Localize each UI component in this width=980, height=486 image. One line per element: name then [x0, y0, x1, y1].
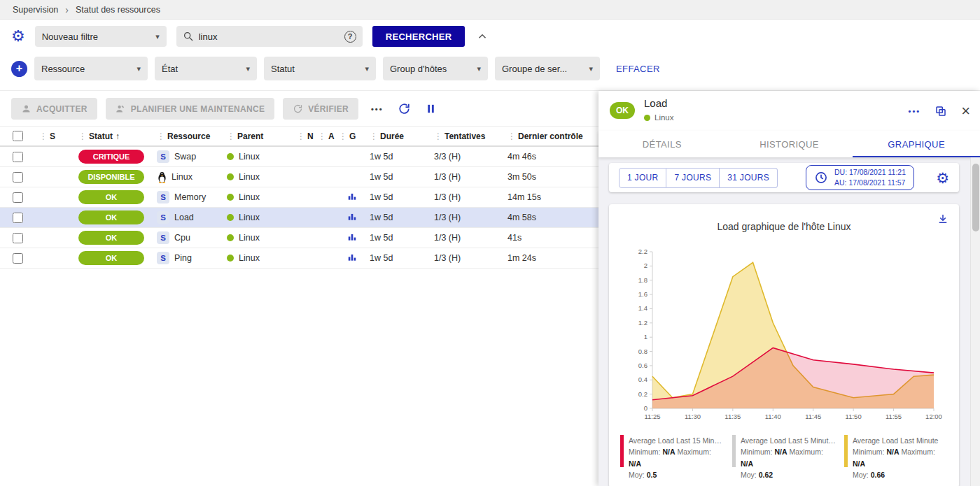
criteria-status-select[interactable]: Statut ▾ [264, 57, 376, 80]
add-criteria-icon[interactable]: + [11, 61, 27, 77]
row-checkbox[interactable] [13, 172, 23, 183]
header-duration[interactable]: ⋮ Durée [370, 131, 434, 141]
svg-text:11:30: 11:30 [685, 413, 701, 420]
parent-name: Linux [239, 172, 260, 182]
parent-cell[interactable]: Linux [227, 213, 297, 222]
header-action[interactable]: ⋮ A [318, 131, 339, 141]
parent-cell[interactable]: Linux [227, 253, 297, 263]
period-7days-button[interactable]: 7 JOURS [666, 168, 720, 188]
panel-more-icon[interactable]: ••• [909, 107, 921, 115]
header-resource[interactable]: ⋮ Ressource [157, 131, 227, 141]
acknowledge-button[interactable]: ACQUITTER [11, 98, 97, 120]
row-checkbox[interactable] [13, 213, 23, 223]
svg-text:1.2: 1.2 [638, 319, 648, 327]
svg-text:2.2: 2.2 [638, 248, 648, 255]
row-checkbox[interactable] [13, 152, 23, 162]
resource-cell[interactable]: SCpu [157, 231, 227, 244]
linux-penguin-icon [157, 171, 167, 183]
svg-text:11:45: 11:45 [805, 413, 821, 420]
tab-details[interactable]: DÉTAILS [598, 131, 726, 157]
table-row[interactable]: OKSPingLinux1w 5d1/3 (H)1m 24s [0, 248, 598, 269]
header-status[interactable]: ⋮ Statut ↑ [78, 131, 157, 141]
filter-settings-gear-icon[interactable]: ⚙ [11, 29, 25, 44]
more-actions-icon[interactable]: ••• [371, 105, 384, 113]
breadcrumb-section[interactable]: Supervision [13, 5, 58, 15]
table-row[interactable]: OKSCpuLinux1w 5d1/3 (H)41s [0, 228, 598, 248]
load-chart[interactable]: 00.20.40.60.811.21.41.61.822.211:2511:30… [624, 242, 944, 429]
sort-ascending-icon[interactable]: ↑ [115, 131, 120, 141]
graph-icon[interactable] [347, 192, 357, 201]
period-31days-button[interactable]: 31 JOURS [720, 168, 778, 188]
chevron-down-icon: ▾ [136, 64, 141, 73]
parent-cell[interactable]: Linux [227, 192, 297, 202]
refresh-button[interactable] [398, 102, 411, 115]
scrollbar-thumb[interactable] [972, 164, 979, 231]
resource-cell[interactable]: SPing [157, 252, 227, 264]
select-all-checkbox[interactable] [13, 131, 23, 141]
header-notes[interactable]: ⋮ N [297, 131, 318, 141]
date-range-text: DU: 17/08/2021 11:21 AU: 17/08/2021 11:5… [834, 167, 906, 187]
header-last-check[interactable]: ⋮ Dernier contrôle [507, 131, 598, 141]
panel-header: OK Load Linux ••• × [598, 91, 980, 131]
svg-text:1.8: 1.8 [638, 276, 648, 284]
legend-color-bar [732, 435, 736, 467]
row-checkbox[interactable] [13, 192, 23, 203]
search-button[interactable]: RECHERCHER [372, 26, 465, 47]
legend-item[interactable]: Average Load Last 15 Minu...Minimum: N/A… [620, 435, 724, 480]
copy-link-button[interactable] [934, 105, 947, 117]
header-graph[interactable]: ⋮ G [339, 131, 370, 141]
set-downtime-button[interactable]: PLANIFIER UNE MAINTENANCE [106, 98, 275, 120]
legend-color-bar [620, 435, 624, 467]
tab-history[interactable]: HISTORIQUE [726, 131, 853, 157]
resource-cell[interactable]: Linux [157, 171, 227, 183]
table-row[interactable]: OKSLoadLinux1w 5d1/3 (H)4m 58s [0, 208, 598, 228]
status-cell: OK [78, 231, 157, 245]
date-range-picker[interactable]: DU: 17/08/2021 11:21 AU: 17/08/2021 11:5… [806, 165, 914, 190]
resource-cell[interactable]: SSwap [157, 150, 227, 163]
period-1day-button[interactable]: 1 JOUR [619, 168, 666, 188]
legend-item[interactable]: Average Load Last MinuteMinimum: N/A Max… [844, 435, 948, 480]
row-checkbox[interactable] [13, 233, 23, 243]
legend-item[interactable]: Average Load Last 5 MinutesMinimum: N/A … [732, 435, 836, 480]
table-row[interactable]: CRITIQUESSwapLinux1w 5d3/3 (H)4m 46s [0, 147, 598, 167]
resource-cell[interactable]: SMemory [157, 191, 227, 203]
last-check-cell: 3m 50s [507, 172, 598, 182]
search-input[interactable] [199, 31, 340, 42]
graph-settings-gear-icon[interactable]: ⚙ [936, 171, 949, 185]
parent-cell[interactable]: Linux [227, 152, 297, 162]
parent-cell[interactable]: Linux [227, 233, 297, 243]
tab-graph[interactable]: GRAPHIQUE [853, 131, 980, 157]
graph-icon[interactable] [347, 252, 357, 262]
graph-icon[interactable] [347, 232, 357, 242]
pause-refresh-button[interactable] [425, 103, 437, 115]
drag-handle-icon: ⋮ [507, 131, 516, 141]
search-box[interactable]: ? [176, 26, 363, 47]
table-row[interactable]: OKSMemoryLinux1w 5d1/3 (H)14m 15s [0, 187, 598, 208]
check-button[interactable]: VÉRIFIER [283, 98, 358, 120]
close-panel-icon[interactable]: × [961, 103, 970, 119]
criteria-resource-select[interactable]: Ressource ▾ [34, 57, 148, 80]
parent-cell[interactable]: Linux [227, 172, 297, 182]
criteria-state-select[interactable]: État ▾ [155, 57, 257, 80]
panel-parent[interactable]: Linux [644, 113, 674, 122]
header-severity[interactable]: ⋮ S [39, 131, 78, 141]
duration-cell: 1w 5d [370, 213, 434, 222]
clear-filters-button[interactable]: EFFACER [616, 64, 660, 74]
criteria-hostgroup-select[interactable]: Group d'hôtes ▾ [383, 57, 488, 80]
row-checkbox[interactable] [13, 253, 23, 264]
breadcrumb-page[interactable]: Statut des ressources [76, 5, 160, 15]
panel-scrollbar[interactable] [970, 157, 980, 486]
header-parent[interactable]: ⋮ Parent [227, 131, 297, 141]
collapse-filters-icon[interactable] [476, 30, 489, 43]
header-tries[interactable]: ⋮ Tentatives [434, 131, 507, 141]
table-row[interactable]: DISPONIBLELinuxLinux1w 5d1/3 (H)3m 50s [0, 167, 598, 187]
graph-icon[interactable] [347, 212, 357, 222]
export-chart-button[interactable] [937, 213, 949, 228]
help-icon[interactable]: ? [344, 31, 356, 43]
filter-area: ⚙ Nouveau filtre ▾ ? RECHERCHER + Ressou… [0, 20, 980, 91]
clock-icon [814, 171, 828, 185]
resource-cell[interactable]: SLoad [157, 211, 227, 224]
svg-text:11:35: 11:35 [724, 413, 741, 420]
saved-filter-select[interactable]: Nouveau filtre ▾ [35, 26, 167, 47]
criteria-servicegroup-select[interactable]: Groupe de ser... ▾ [495, 57, 600, 80]
